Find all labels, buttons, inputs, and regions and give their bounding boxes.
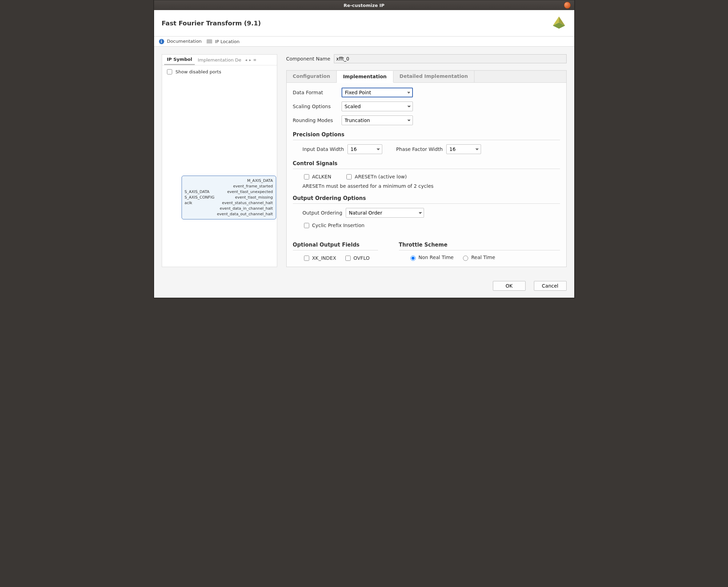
config-tabstrip: Configuration Implementation Detailed Im…: [287, 71, 566, 83]
rounding-modes-select[interactable]: Truncation: [342, 115, 413, 125]
input-data-width-label: Input Data Width: [303, 146, 344, 152]
ip-header: Fast Fourier Transform (9.1): [154, 10, 574, 37]
left-tabstrip: IP Symbol Implementation De ◂ ▸ ≡: [162, 55, 277, 65]
port-event-tlast-missing: event_tlast_missing: [235, 195, 273, 200]
input-data-width-select[interactable]: 16: [347, 144, 382, 154]
component-name-label: Component Name: [286, 56, 330, 62]
tab-configuration[interactable]: Configuration: [287, 71, 337, 82]
phase-factor-width-select[interactable]: 16: [446, 144, 481, 154]
control-signals-title: Control Signals: [293, 160, 560, 167]
port-m-axis-data: M_AXIS_DATA: [247, 178, 273, 184]
realtime-radio[interactable]: Real Time: [461, 255, 495, 261]
tab-implementation[interactable]: Implementation: [337, 71, 393, 83]
ok-button[interactable]: OK: [493, 281, 526, 291]
non-realtime-radio[interactable]: Non Real Time: [409, 255, 454, 261]
xk-index-input[interactable]: [304, 256, 309, 261]
port-event-data-in-channel-halt: event_data_in_channel_halt: [220, 206, 273, 211]
port-s-axis-data: S_AXIS_DATA: [185, 189, 210, 195]
aresetn-checkbox[interactable]: ARESETn (active low): [345, 173, 407, 180]
data-format-select[interactable]: Fixed Point: [342, 88, 413, 97]
output-ordering-title: Output Ordering Options: [293, 195, 560, 201]
ip-title: Fast Fourier Transform (9.1): [162, 19, 551, 27]
show-disabled-ports-label: Show disabled ports: [176, 69, 221, 74]
tab-implementation-details[interactable]: Implementation De: [195, 55, 244, 65]
ovflo-label: OVFLO: [353, 255, 370, 261]
output-ordering-label: Output Ordering: [303, 210, 343, 216]
show-disabled-ports-checkbox[interactable]: Show disabled ports: [162, 65, 277, 78]
port-aclk: aclk: [185, 200, 192, 206]
aclken-label: ACLKEN: [312, 174, 331, 179]
recustomize-ip-window: Re-customize IP Fast Fourier Transform (…: [154, 0, 575, 298]
window-title: Re-customize IP: [154, 3, 574, 8]
aresetn-input[interactable]: [346, 174, 352, 179]
port-event-status-channel-halt: event_status_channel_halt: [222, 200, 273, 206]
tab-ip-symbol[interactable]: IP Symbol: [164, 55, 195, 65]
ip-symbol-block: M_AXIS_DATA event_frame_started S_AXIS_D…: [182, 176, 276, 219]
realtime-input[interactable]: [463, 256, 468, 261]
documentation-label: Documentation: [167, 39, 202, 44]
port-event-data-out-channel-halt: event_data_out_channel_halt: [217, 211, 273, 217]
cancel-button[interactable]: Cancel: [534, 281, 567, 291]
aresetn-note: ARESETn must be asserted for a minimum o…: [293, 183, 560, 189]
optional-output-fields-title: Optional Output Fields: [293, 242, 378, 248]
output-ordering-rule: [293, 203, 560, 204]
show-disabled-ports-input[interactable]: [167, 69, 172, 74]
documentation-link[interactable]: i Documentation: [159, 39, 202, 44]
close-icon[interactable]: [564, 2, 571, 9]
ip-location-link[interactable]: IP Location: [207, 39, 240, 44]
ip-location-label: IP Location: [215, 39, 240, 44]
dialog-footer: OK Cancel: [154, 275, 574, 298]
scaling-options-select[interactable]: Scaled: [342, 102, 413, 111]
xk-index-label: XK_INDEX: [312, 255, 336, 261]
implementation-tab-body: Data Format Fixed Point Scaling Options …: [287, 83, 566, 263]
phase-factor-width-label: Phase Factor Width: [396, 146, 443, 152]
folder-icon: [207, 39, 212, 43]
dialog-body: IP Symbol Implementation De ◂ ▸ ≡ Show d…: [154, 47, 574, 275]
ovflo-checkbox[interactable]: OVFLO: [344, 255, 370, 262]
ovflo-input[interactable]: [345, 256, 351, 261]
component-name-row: Component Name: [286, 54, 567, 63]
cyclic-prefix-label: Cyclic Prefix Insertion: [312, 223, 365, 228]
port-event-frame-started: event_frame_started: [233, 184, 273, 189]
cyclic-prefix-checkbox[interactable]: Cyclic Prefix Insertion: [303, 223, 365, 228]
aclken-checkbox[interactable]: ACLKEN: [303, 173, 331, 180]
rounding-modes-label: Rounding Modes: [293, 118, 342, 123]
control-signals-rule: [293, 169, 560, 169]
non-realtime-label: Non Real Time: [418, 255, 454, 260]
realtime-label: Real Time: [471, 255, 495, 260]
titlebar: Re-customize IP: [154, 0, 574, 10]
info-icon: i: [159, 39, 164, 44]
scaling-options-label: Scaling Options: [293, 104, 342, 109]
vivado-logo-icon: [551, 15, 567, 31]
output-ordering-select[interactable]: Natural Order: [346, 208, 424, 218]
precision-options-title: Precision Options: [293, 131, 560, 138]
toolbar: i Documentation IP Location: [154, 37, 574, 47]
optional-output-fields-rule: [293, 250, 378, 250]
tab-scroll-left-icon[interactable]: ◂: [244, 57, 248, 63]
right-panel: Component Name Configuration Implementat…: [286, 54, 567, 267]
tab-scroll-right-icon[interactable]: ▸: [248, 57, 252, 63]
component-name-input[interactable]: [334, 54, 567, 63]
data-format-label: Data Format: [293, 90, 342, 95]
left-panel: IP Symbol Implementation De ◂ ▸ ≡ Show d…: [162, 54, 277, 267]
tab-menu-icon[interactable]: ≡: [252, 57, 257, 63]
aclken-input[interactable]: [304, 174, 309, 179]
cyclic-prefix-input[interactable]: [304, 223, 309, 228]
aresetn-label: ARESETn (active low): [355, 174, 407, 179]
precision-options-rule: [293, 140, 560, 140]
port-s-axis-config: S_AXIS_CONFIG: [185, 195, 215, 200]
throttle-scheme-title: Throttle Scheme: [399, 242, 560, 248]
non-realtime-input[interactable]: [410, 256, 416, 261]
throttle-scheme-rule: [399, 250, 560, 250]
config-box: Configuration Implementation Detailed Im…: [286, 70, 567, 267]
xk-index-checkbox[interactable]: XK_INDEX: [303, 255, 336, 262]
ip-symbol-canvas: M_AXIS_DATA event_frame_started S_AXIS_D…: [162, 78, 277, 267]
tab-detailed-implementation[interactable]: Detailed Implementation: [393, 71, 475, 82]
port-event-tlast-unexpected: event_tlast_unexpected: [227, 189, 273, 195]
